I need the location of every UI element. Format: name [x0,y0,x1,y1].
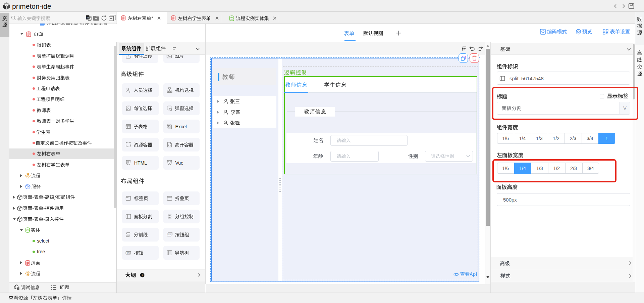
svg-text:BTN: BTN [167,234,170,235]
svg-text:BTN: BTN [127,252,130,254]
svg-text:In: In [87,16,89,19]
